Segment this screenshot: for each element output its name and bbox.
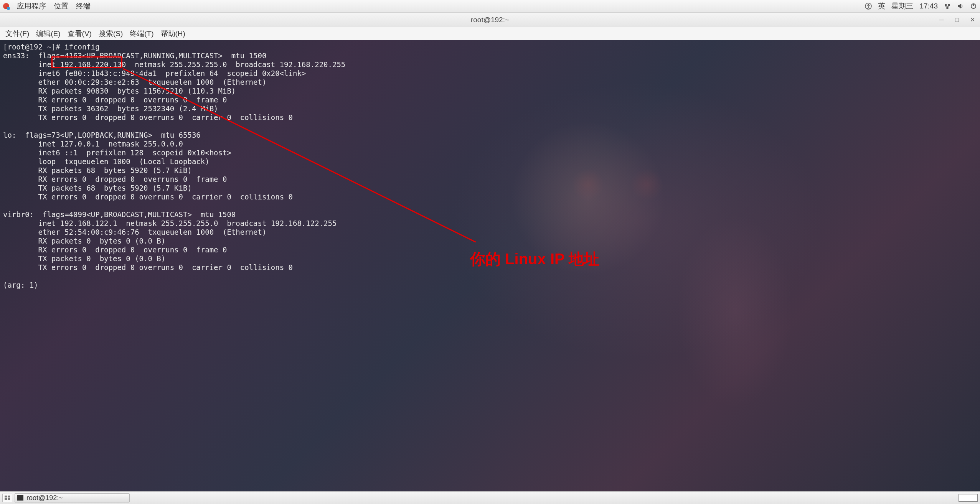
ens33-inet-prefix: inet — [3, 60, 60, 69]
date-label[interactable]: 星期三 — [891, 1, 913, 11]
window-controls: ─ □ ✕ — [938, 16, 976, 24]
command: ifconfig — [64, 43, 100, 51]
lo-tx-packets: TX packets 68 bytes 5920 (5.7 KiB) — [3, 184, 192, 192]
ens33-inet-suffix: netmask 255.255.255.0 broadcast 192.168.… — [126, 60, 345, 69]
virbr0-ether: ether 52:54:00:c9:46:76 txqueuelen 1000 … — [3, 228, 266, 236]
virbr0-inet: inet 192.168.122.1 netmask 255.255.255.0… — [3, 219, 337, 227]
taskbar-terminal-item[interactable]: root@192:~ — [15, 493, 130, 502]
window-title: root@192:~ — [471, 16, 509, 24]
lo-loop: loop txqueuelen 1000 (Local Loopback) — [3, 157, 210, 166]
system-bottom-panel: root@192:~ — [0, 491, 980, 504]
ens33-inet6: inet6 fe80::1b43:c:949:4da1 prefixlen 64… — [3, 69, 306, 77]
virbr0-tx-errors: TX errors 0 dropped 0 overruns 0 carrier… — [3, 263, 293, 272]
close-button[interactable]: ✕ — [968, 16, 976, 24]
network-icon[interactable] — [944, 3, 951, 10]
menu-edit[interactable]: 编辑(E) — [34, 27, 63, 40]
lo-rx-errors: RX errors 0 dropped 0 overruns 0 frame 0 — [3, 175, 227, 183]
input-method-box[interactable] — [959, 494, 978, 502]
system-top-panel: 应用程序 位置 终端 英 星期三 17:43 — [0, 0, 980, 13]
svg-rect-7 — [5, 496, 7, 497]
virbr0-rx-errors: RX errors 0 dropped 0 overruns 0 frame 0 — [3, 245, 227, 254]
virbr0-rx-packets: RX packets 0 bytes 0 (0.0 B) — [3, 237, 165, 245]
volume-icon[interactable] — [957, 3, 964, 10]
annotation-label: 你的 Linux IP 地址 — [470, 249, 599, 270]
ens33-rx-packets: RX packets 90830 bytes 115675210 (110.3 … — [3, 87, 236, 95]
top-panel-left: 应用程序 位置 终端 — [3, 1, 91, 11]
lo-rx-packets: RX packets 68 bytes 5920 (5.7 KiB) — [3, 166, 192, 175]
maximize-button[interactable]: □ — [953, 16, 961, 24]
lo-tx-errors: TX errors 0 dropped 0 overruns 0 carrier… — [3, 193, 293, 201]
places-menu[interactable]: 位置 — [54, 1, 68, 11]
terminal-menu[interactable]: 终端 — [76, 1, 91, 11]
svg-rect-2 — [945, 4, 947, 6]
svg-rect-4 — [947, 7, 949, 9]
virbr0-header: virbr0: flags=4099<UP,BROADCAST,MULTICAS… — [3, 210, 236, 219]
minimize-button[interactable]: ─ — [938, 16, 945, 24]
terminal-icon — [17, 495, 23, 501]
virbr0-tx-packets: TX packets 0 bytes 0 (0.0 B) — [3, 254, 165, 263]
terminal-window: root@192:~ ─ □ ✕ 文件(F) 编辑(E) 查看(V) 搜索(S)… — [0, 13, 980, 491]
top-panel-right: 英 星期三 17:43 — [865, 1, 977, 11]
menu-terminal[interactable]: 终端(T) — [127, 27, 156, 40]
menu-file[interactable]: 文件(F) — [3, 27, 31, 40]
svg-rect-8 — [8, 496, 10, 497]
lo-inet6: inet6 ::1 prefixlen 128 scopeid 0x10<hos… — [3, 148, 231, 157]
ens33-tx-errors: TX errors 0 dropped 0 overruns 0 carrier… — [3, 113, 293, 122]
svg-rect-3 — [948, 4, 950, 6]
ens33-tx-packets: TX packets 36362 bytes 2532340 (2.4 MiB) — [3, 104, 218, 113]
applications-menu[interactable]: 应用程序 — [17, 1, 46, 11]
prompt: [root@192 ~]# — [3, 43, 60, 51]
menu-help[interactable]: 帮助(H) — [158, 27, 188, 40]
ens33-ether: ether 00:0c:29:3e:e2:63 txqueuelen 1000 … — [3, 78, 266, 86]
svg-point-1 — [868, 4, 869, 5]
input-method-indicator[interactable]: 英 — [878, 1, 885, 11]
terminal-menubar: 文件(F) 编辑(E) 查看(V) 搜索(S) 终端(T) 帮助(H) — [0, 27, 980, 40]
taskbar-item-label: root@192:~ — [26, 494, 63, 502]
svg-rect-10 — [8, 498, 10, 500]
accessibility-icon[interactable] — [865, 3, 872, 10]
menu-view[interactable]: 查看(V) — [65, 27, 94, 40]
menu-search[interactable]: 搜索(S) — [96, 27, 125, 40]
ens33-rx-errors: RX errors 0 dropped 0 overruns 0 frame 0 — [3, 96, 227, 104]
show-desktop-button[interactable] — [2, 494, 12, 502]
window-titlebar[interactable]: root@192:~ ─ □ ✕ — [0, 13, 980, 27]
terminal-body[interactable]: [root@192 ~]# ifconfig ens33: flags=4163… — [0, 40, 980, 491]
gnome-footprint-icon[interactable] — [3, 3, 9, 9]
ens33-header: ens33: flags=4163<UP,BROADCAST,RUNNING,M… — [3, 51, 266, 60]
power-icon[interactable] — [970, 3, 977, 10]
svg-rect-9 — [5, 498, 7, 500]
arg-line: (arg: 1) — [3, 281, 38, 289]
time-label[interactable]: 17:43 — [919, 2, 938, 10]
lo-header: lo: flags=73<UP,LOOPBACK,RUNNING> mtu 65… — [3, 131, 201, 139]
highlighted-ip: 192.168.220.130 — [60, 60, 126, 69]
lo-inet: inet 127.0.0.1 netmask 255.0.0.0 — [3, 140, 183, 148]
